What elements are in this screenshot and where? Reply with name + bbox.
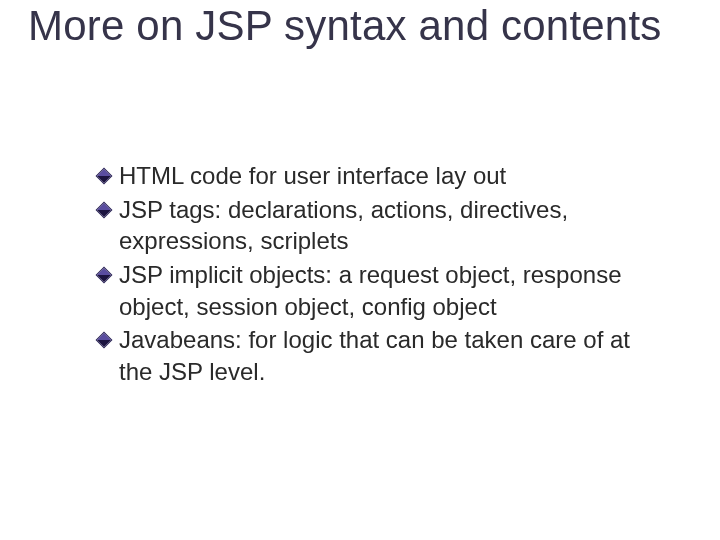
list-item-text: JSP implicit objects: a request object, …	[119, 259, 668, 322]
list-item: HTML code for user interface lay out	[98, 160, 668, 192]
diamond-bullet-icon	[96, 332, 113, 349]
list-item-text: JSP tags: declarations, actions, directi…	[119, 194, 668, 257]
list-item: Javabeans: for logic that can be taken c…	[98, 324, 668, 387]
slide: More on JSP syntax and contents HTML cod…	[0, 0, 720, 540]
diamond-bullet-icon	[96, 168, 113, 185]
slide-title: More on JSP syntax and contents	[28, 2, 688, 49]
list-item: JSP tags: declarations, actions, directi…	[98, 194, 668, 257]
list-item: JSP implicit objects: a request object, …	[98, 259, 668, 322]
diamond-bullet-icon	[96, 267, 113, 284]
list-item-text: HTML code for user interface lay out	[119, 160, 506, 192]
diamond-bullet-icon	[96, 201, 113, 218]
slide-body: HTML code for user interface lay out JSP…	[98, 160, 668, 390]
list-item-text: Javabeans: for logic that can be taken c…	[119, 324, 668, 387]
